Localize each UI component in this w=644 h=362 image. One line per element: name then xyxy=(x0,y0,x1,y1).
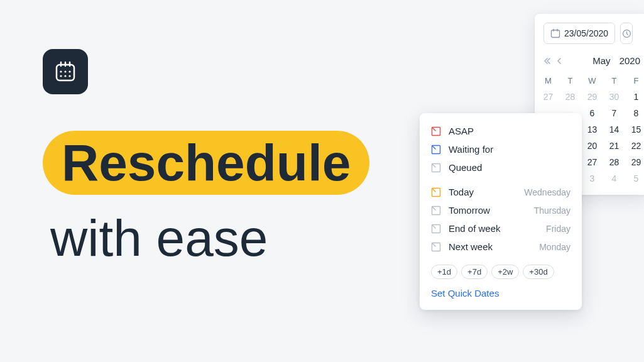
quick-date-label: ASAP xyxy=(449,126,570,136)
calendar-small-icon xyxy=(550,28,560,38)
calendar-day[interactable]: 14 xyxy=(603,124,625,134)
flag-icon xyxy=(431,187,441,197)
hero-title: Reschedule xyxy=(43,131,369,195)
quick-date-item[interactable]: End of weekFriday xyxy=(420,219,582,238)
flag-icon xyxy=(431,224,441,234)
app-icon xyxy=(43,49,88,94)
calendar-day[interactable]: 29 xyxy=(625,157,644,167)
date-value: 23/05/2020 xyxy=(564,28,608,38)
svg-point-6 xyxy=(68,70,70,72)
chevron-left-icon[interactable] xyxy=(556,57,562,65)
quick-date-item[interactable]: ASAP xyxy=(420,122,582,140)
calendar-day[interactable]: 30 xyxy=(603,92,625,102)
svg-point-5 xyxy=(64,70,66,72)
quick-date-label: Tomorrow xyxy=(449,205,527,216)
quick-date-label: Today xyxy=(449,187,516,197)
calendar-day[interactable]: 27 xyxy=(537,92,559,102)
offset-chip[interactable]: +2w xyxy=(491,265,519,279)
calendar-day[interactable]: 4 xyxy=(603,173,625,184)
calendar-day[interactable]: 13 xyxy=(581,124,603,134)
quick-date-item[interactable]: TomorrowThursday xyxy=(420,201,582,219)
calendar-day[interactable]: 27 xyxy=(581,157,603,167)
calendar-day[interactable]: 1 xyxy=(625,92,644,102)
svg-point-7 xyxy=(60,75,62,77)
quick-date-sublabel: Friday xyxy=(546,224,570,234)
quick-date-label: End of week xyxy=(449,223,538,234)
clock-icon xyxy=(622,29,631,38)
weekday-header: T xyxy=(603,76,625,85)
flag-icon xyxy=(431,126,441,136)
calendar-day[interactable]: 29 xyxy=(581,92,603,102)
weekday-header: F xyxy=(625,76,644,85)
quick-date-label: Next week xyxy=(449,241,532,252)
month-label[interactable]: May xyxy=(592,55,610,66)
quick-date-item[interactable]: Next weekMonday xyxy=(420,238,582,256)
weekday-header: M xyxy=(537,76,559,85)
calendar-day[interactable]: 6 xyxy=(581,108,603,118)
weekday-header: W xyxy=(581,76,603,85)
quick-date-sublabel: Monday xyxy=(539,242,570,252)
flag-icon xyxy=(431,163,441,173)
svg-point-9 xyxy=(68,75,70,77)
calendar-day[interactable]: 3 xyxy=(581,173,603,184)
set-quick-dates-link[interactable]: Set Quick Dates xyxy=(420,285,582,299)
time-input[interactable] xyxy=(620,23,633,44)
quick-date-item[interactable]: TodayWednesday xyxy=(420,183,582,201)
quick-date-sublabel: Thursday xyxy=(534,206,570,216)
offset-chip[interactable]: +30d xyxy=(523,265,554,279)
quick-date-item[interactable]: Queued xyxy=(420,158,582,177)
flag-icon xyxy=(431,242,441,252)
flag-icon xyxy=(431,206,441,216)
calendar-day[interactable]: 8 xyxy=(625,108,644,118)
calendar-icon xyxy=(53,60,77,84)
offset-chip[interactable]: +1d xyxy=(431,265,457,279)
offset-chip[interactable]: +7d xyxy=(461,265,488,279)
calendar-day[interactable]: 15 xyxy=(625,124,644,134)
calendar-day[interactable]: 20 xyxy=(581,141,603,151)
hero-headline: Reschedule with ease xyxy=(43,131,369,264)
date-input[interactable]: 23/05/2020 xyxy=(543,23,615,44)
svg-rect-10 xyxy=(552,30,560,38)
year-label[interactable]: 2020 xyxy=(619,55,640,66)
svg-point-8 xyxy=(64,75,66,77)
quick-date-label: Queued xyxy=(449,162,570,173)
calendar-day[interactable]: 5 xyxy=(625,173,644,184)
calendar-day[interactable]: 28 xyxy=(603,157,625,167)
flag-icon xyxy=(431,145,441,155)
chevrons-left-icon[interactable] xyxy=(543,57,551,65)
quick-date-sublabel: Wednesday xyxy=(524,187,570,197)
quick-date-label: Waiting for xyxy=(449,144,570,155)
hero-subtitle: with ease xyxy=(50,212,369,264)
calendar-day[interactable]: 21 xyxy=(603,141,625,151)
quick-date-item[interactable]: Waiting for xyxy=(420,140,582,158)
weekday-header: T xyxy=(559,76,581,85)
calendar-day[interactable]: 7 xyxy=(603,108,625,118)
svg-point-4 xyxy=(60,70,62,72)
calendar-day[interactable]: 28 xyxy=(559,92,581,102)
quick-dates-popover: ASAPWaiting forQueuedTodayWednesdayTomor… xyxy=(420,113,582,310)
calendar-day[interactable]: 22 xyxy=(625,141,644,151)
